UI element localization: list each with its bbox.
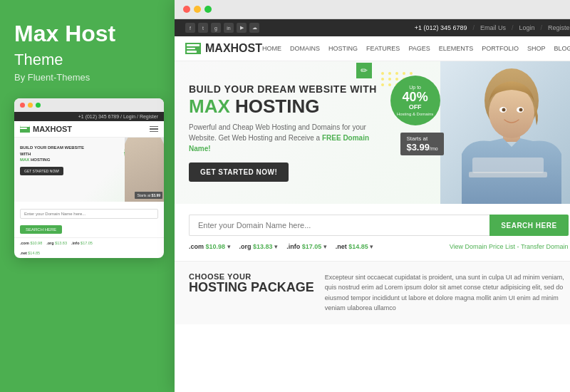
right-panel: ✏ f t g in ▶ ☁ +1 (012) 345 6789 / Email… bbox=[175, 0, 570, 392]
hero-description: Powerful and Cheap Web Hosting and Domai… bbox=[189, 122, 388, 154]
starts-price: $3.99/mo bbox=[406, 142, 437, 153]
hero-main-title: MAX HOSTING bbox=[189, 96, 569, 117]
domain-search-button[interactable]: SEARCH HERE bbox=[489, 215, 568, 236]
theme-label: Theme bbox=[14, 51, 63, 69]
browser-chrome bbox=[175, 0, 570, 19]
left-panel: Max Host Theme By Fluent-Themes +1 (012)… bbox=[0, 0, 175, 392]
hosting-title-block: CHOOSE YOUR HOSTING PACKAGE bbox=[189, 272, 314, 314]
hosting-section: CHOOSE YOUR HOSTING PACKAGE Excepteur si… bbox=[175, 262, 570, 324]
mini-nav: MAXHOST bbox=[14, 121, 164, 138]
domain-section: SEARCH HERE .com $10.98 ▾ .org $13.83 ▾ … bbox=[175, 204, 570, 262]
nav-domains[interactable]: DOMAINS bbox=[290, 45, 320, 52]
mini-price-org: .org $13.83 bbox=[46, 241, 67, 245]
linkedin-icon[interactable]: in bbox=[224, 23, 234, 33]
mini-domain-input[interactable] bbox=[20, 209, 158, 219]
login-link[interactable]: Login bbox=[519, 24, 535, 31]
price-com: .com $10.98 ▾ bbox=[189, 243, 231, 250]
nav-features[interactable]: FEATURES bbox=[366, 45, 400, 52]
mini-topbar: +1 (012) 345 6789 / Login / Register bbox=[14, 112, 164, 121]
domain-prices-left: .com $10.98 ▾ .org $13.83 ▾ .info $17.05… bbox=[189, 243, 373, 250]
nav-pages[interactable]: PAGES bbox=[408, 45, 430, 52]
mini-logo-text: MAXHOST bbox=[33, 125, 72, 133]
mini-price-com: .com $10.98 bbox=[20, 241, 42, 245]
nav-elements[interactable]: ELEMENTS bbox=[439, 45, 474, 52]
mini-starts-badge: Starts at $3.99 bbox=[135, 192, 162, 199]
mini-hamburger-icon[interactable] bbox=[150, 126, 158, 133]
chrome-dot-red bbox=[183, 6, 190, 13]
mini-cta-btn[interactable]: GET STARTED NOW! bbox=[20, 167, 63, 175]
site-topbar: f t g in ▶ ☁ +1 (012) 345 6789 / Email U… bbox=[175, 19, 570, 36]
social-icons: f t g in ▶ ☁ bbox=[185, 23, 259, 33]
domain-search-row: SEARCH HERE bbox=[189, 215, 569, 236]
site-logo-text: MAXHOST bbox=[205, 42, 262, 55]
mini-browser-chrome bbox=[14, 98, 164, 112]
badge-percent: 40% bbox=[403, 91, 428, 103]
site-logo: MAXHOST bbox=[185, 42, 262, 55]
mini-price-info: .info $17.05 bbox=[71, 241, 93, 245]
hero-discount-badge: Up to 40% OFF Hosting & Domains bbox=[390, 76, 440, 125]
register-link[interactable]: Register bbox=[548, 24, 570, 31]
price-info: .info $17.05 ▾ bbox=[286, 243, 327, 250]
facebook-icon[interactable]: f bbox=[185, 23, 195, 33]
domain-search-input[interactable] bbox=[189, 215, 489, 236]
view-price-list-link[interactable]: View Domain Price List - Transfer Domain bbox=[450, 243, 569, 250]
theme-name: Max Host bbox=[14, 21, 115, 46]
nav-hosting[interactable]: HOSTING bbox=[328, 45, 358, 52]
hero-hosting-text: HOSTING bbox=[230, 96, 320, 117]
twitter-icon[interactable]: t bbox=[198, 23, 208, 33]
hero-build-text: BUILD YOUR DREAM WEBSITE WITH bbox=[189, 83, 569, 95]
theme-author: By Fluent-Themes bbox=[14, 72, 90, 83]
domain-prices-row: .com $10.98 ▾ .org $13.83 ▾ .info $17.05… bbox=[189, 243, 569, 250]
hosting-description: Excepteur sint occaecat cupidatat is pro… bbox=[325, 272, 569, 314]
site-logo-icon bbox=[185, 43, 201, 54]
nav-home[interactable]: HOME bbox=[262, 45, 281, 52]
hero-starts-badge: Starts at $3.99/mo bbox=[400, 133, 443, 155]
mini-topbar-text: +1 (012) 345 6789 / Login / Register bbox=[78, 114, 158, 119]
badge-off: OFF bbox=[409, 103, 422, 112]
email-link[interactable]: Email Us bbox=[480, 24, 506, 31]
chrome-dot-yellow bbox=[194, 6, 201, 13]
chrome-dot-green bbox=[204, 6, 212, 13]
hero-cta-button[interactable]: GET STARTED NOW! bbox=[189, 163, 289, 182]
mini-domain-section: SEARCH HERE bbox=[14, 202, 164, 238]
badge-sub: Hosting & Domains bbox=[394, 112, 436, 117]
nav-blog[interactable]: BLOG bbox=[554, 45, 570, 52]
price-net: .net $14.85 ▾ bbox=[336, 243, 374, 250]
hero-section: BUILD YOUR DREAM WEBSITE WITH MAX HOSTIN… bbox=[175, 61, 570, 204]
price-org: .org $13.83 ▾ bbox=[239, 243, 279, 250]
mini-hero-text: BUILD YOUR DREAM WEBSITE WITH MAX HOSTIN… bbox=[20, 145, 91, 163]
starts-at-label: Starts at bbox=[406, 135, 437, 142]
hosting-title-line2: HOSTING PACKAGE bbox=[189, 281, 314, 295]
mini-browser-preview: +1 (012) 345 6789 / Login / Register MAX… bbox=[14, 98, 164, 258]
nav-shop[interactable]: SHOP bbox=[527, 45, 546, 52]
mini-dot-green bbox=[36, 103, 41, 108]
edit-pencil-overlay[interactable]: ✏ bbox=[356, 63, 372, 78]
mini-prices-row2: .net $14.85 bbox=[14, 248, 164, 258]
gplus-icon[interactable]: g bbox=[211, 23, 221, 33]
phone-number: +1 (012) 345 6789 bbox=[415, 24, 467, 31]
mini-price-net: .net $14.85 bbox=[20, 251, 40, 255]
site-nav: MAXHOST HOME DOMAINS HOSTING FEATURES PA… bbox=[175, 36, 570, 61]
mini-search-btn[interactable]: SEARCH HERE bbox=[20, 225, 62, 234]
hero-max-text: MAX bbox=[189, 96, 230, 117]
mini-dot-red bbox=[20, 103, 25, 108]
pencil-icon: ✏ bbox=[361, 66, 368, 76]
nav-items: HOME DOMAINS HOSTING FEATURES PAGES ELEM… bbox=[262, 45, 570, 52]
mini-hero: BUILD YOUR DREAM WEBSITE WITH MAX HOSTIN… bbox=[14, 138, 164, 202]
mini-logo: MAXHOST bbox=[20, 125, 72, 133]
mini-logo-icon bbox=[20, 125, 30, 133]
youtube-icon[interactable]: ▶ bbox=[237, 23, 247, 33]
mini-dot-yellow bbox=[28, 103, 33, 108]
hero-content: BUILD YOUR DREAM WEBSITE WITH MAX HOSTIN… bbox=[189, 83, 569, 182]
cloud-icon[interactable]: ☁ bbox=[249, 23, 259, 33]
mini-prices: .com $10.98 .org $13.83 .info $17.05 bbox=[14, 238, 164, 248]
site-content: f t g in ▶ ☁ +1 (012) 345 6789 / Email U… bbox=[175, 19, 570, 392]
nav-portfolio[interactable]: PORTFOLIO bbox=[482, 45, 519, 52]
